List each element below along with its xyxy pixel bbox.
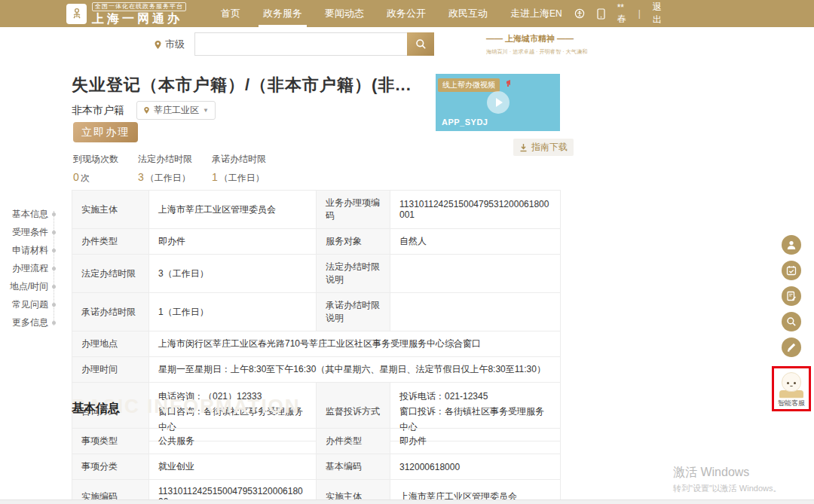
cell-label: 办理地点 bbox=[72, 331, 149, 357]
cell-label: 承诺办结时限说明 bbox=[317, 293, 390, 331]
user-icon bbox=[786, 240, 797, 250]
sidebar-item-faq[interactable]: 常见问题 bbox=[6, 295, 59, 313]
divider: | bbox=[638, 8, 641, 19]
cell-value bbox=[390, 293, 561, 331]
cell-value: 就业创业 bbox=[149, 454, 317, 480]
stats-row: 到现场次数 0次 法定办结时限 3（工作日） 承诺办结时限 1（工作日） bbox=[73, 153, 266, 185]
search-fab-button[interactable] bbox=[782, 312, 801, 331]
apply-now-button[interactable]: 立即办理 bbox=[73, 122, 138, 142]
username[interactable]: **春 bbox=[617, 2, 626, 26]
anchor-sidebar: 基本信息 受理条件 申请材料 办理流程 地点/时间 常见问题 更多信息 bbox=[6, 205, 59, 331]
search-input[interactable] bbox=[194, 32, 407, 56]
slogan-title: —— 上海城市精神 —— bbox=[486, 33, 565, 44]
stat-promised-limit: 承诺办结时限 1（工作日） bbox=[212, 153, 266, 185]
cell-value: 星期一至星期日：上午8:30至下午16:30（其中星期六、星期日、法定节假日仅上… bbox=[149, 357, 561, 383]
video-badge: 线上帮办微视频 bbox=[438, 78, 500, 92]
sidebar-item-acceptance[interactable]: 受理条件 bbox=[6, 223, 59, 241]
nav-about-shanghai[interactable]: 走进上海 bbox=[510, 0, 549, 27]
floating-toolbar: 智能客服 bbox=[772, 235, 811, 411]
section-title: 基本信息 bbox=[72, 401, 120, 417]
cell-label: 办理时间 bbox=[72, 357, 149, 383]
user-button[interactable] bbox=[782, 235, 801, 255]
play-button[interactable] bbox=[487, 91, 510, 114]
cell-value: 312000618000 bbox=[390, 454, 561, 480]
stat-value: 1 bbox=[212, 171, 218, 183]
guide-download-label: 指南下载 bbox=[531, 141, 568, 154]
cell-value: 自然人 bbox=[390, 229, 561, 255]
stat-unit: （工作日） bbox=[219, 173, 265, 183]
sidebar-item-location-time[interactable]: 地点/时间 bbox=[6, 277, 59, 295]
stat-value: 3 bbox=[138, 171, 144, 183]
table-row: 事项类型 公共服务 办件类型 即办件 bbox=[72, 429, 561, 454]
megaphone-icon bbox=[505, 78, 513, 91]
cell-value: 1（工作日） bbox=[149, 293, 317, 331]
chatbot-button[interactable]: 智能客服 bbox=[772, 366, 811, 411]
table-row: 实施主体 上海市莘庄工业区管理委员会 业务办理项编码 1131011242515… bbox=[72, 191, 561, 229]
footer-strip bbox=[0, 499, 814, 504]
cell-value: 上海市闵行区莘庄工业区春光路710号莘庄工业区社区事务受理服务中心综合窗口 bbox=[149, 331, 561, 357]
cell-value bbox=[390, 255, 561, 293]
cell-label: 服务对象 bbox=[317, 229, 390, 255]
page-title: 失业登记（本市户籍）/（非本市户籍）(非... bbox=[72, 74, 412, 96]
stat-unit: 次 bbox=[81, 173, 90, 183]
cell-label: 业务办理项编码 bbox=[317, 191, 390, 229]
mobile-icon[interactable] bbox=[597, 8, 605, 20]
help-video-player[interactable]: 线上帮办微视频 APP_SYDJ bbox=[436, 74, 560, 131]
table-row: 办理时间 星期一至星期日：上午8:30至下午16:30（其中星期六、星期日、法定… bbox=[72, 357, 561, 383]
nav-interaction[interactable]: 政民互动 bbox=[448, 0, 488, 27]
stat-value: 0 bbox=[73, 171, 79, 183]
basic-info-table: 事项类型 公共服务 办件类型 即办件 事项分类 就业创业 基本编码 312000… bbox=[72, 428, 561, 504]
chatbot-mascot-icon bbox=[782, 372, 801, 392]
table-row: 办理地点 上海市闵行区莘庄工业区春光路710号莘庄工业区社区事务受理服务中心综合… bbox=[72, 331, 561, 357]
guide-download-button[interactable]: 指南下载 bbox=[513, 139, 574, 156]
search-icon bbox=[786, 316, 797, 327]
sidebar-item-more[interactable]: 更多信息 bbox=[6, 313, 59, 331]
table-row: 办件类型 即办件 服务对象 自然人 bbox=[72, 229, 561, 255]
scope-selector[interactable]: 市级 bbox=[154, 38, 185, 51]
appointment-button[interactable] bbox=[782, 261, 801, 280]
cell-label: 法定办结时限 bbox=[72, 255, 149, 293]
logo-icon bbox=[66, 4, 87, 24]
district-select[interactable]: 莘庄工业区 ▼ bbox=[136, 101, 216, 120]
cell-label: 事项分类 bbox=[72, 454, 149, 480]
stat-legal-limit: 法定办结时限 3（工作日） bbox=[138, 153, 192, 185]
nav-gov-open[interactable]: 政务公开 bbox=[387, 0, 426, 27]
site-name: 上海一网通办 bbox=[92, 13, 186, 25]
search-button[interactable] bbox=[407, 32, 434, 56]
cell-value: 113101124251500479531200061800001 bbox=[390, 191, 561, 229]
stat-visits: 到现场次数 0次 bbox=[73, 153, 118, 185]
stat-label: 承诺办结时限 bbox=[212, 153, 266, 166]
activation-subtitle: 转到"设置"以激活 Windows。 bbox=[673, 483, 782, 494]
accessibility-icon[interactable] bbox=[574, 8, 585, 19]
cell-value: 上海市莘庄工业区管理委员会 bbox=[149, 191, 317, 229]
slogan-subtitle: 海纳百川 · 追求卓越 · 开明睿智 · 大气谦和 bbox=[486, 48, 558, 56]
windows-activation-watermark: 激活 Windows 转到"设置"以激活 Windows。 bbox=[673, 465, 782, 494]
table-row: 法定办结时限 3（工作日） 法定办结时限说明 bbox=[72, 255, 561, 293]
sidebar-item-basic-info[interactable]: 基本信息 bbox=[6, 205, 59, 223]
feedback-button[interactable] bbox=[782, 338, 801, 357]
sidebar-item-process[interactable]: 办理流程 bbox=[6, 259, 59, 277]
chatbot-label: 智能客服 bbox=[774, 398, 809, 409]
cell-label: 实施主体 bbox=[72, 191, 149, 229]
page: 全国一体化在线政务服务平台 上海一网通办 首页 政务服务 要闻动态 政务公开 政… bbox=[0, 0, 814, 504]
magnolia-logo-icon bbox=[70, 7, 84, 20]
top-header: 全国一体化在线政务服务平台 上海一网通办 首页 政务服务 要闻动态 政务公开 政… bbox=[0, 0, 814, 27]
logout-link[interactable]: 退出 bbox=[653, 1, 662, 26]
cell-value: 3（工作日） bbox=[149, 255, 317, 293]
cell-label: 法定办结时限说明 bbox=[317, 255, 390, 293]
lang-switch[interactable]: EN bbox=[549, 8, 562, 19]
table-row: 承诺办结时限 1（工作日） 承诺办结时限说明 bbox=[72, 293, 561, 331]
cell-value: 即办件 bbox=[149, 229, 317, 255]
basic-info-section-header: BASIC INFORMATION 基本信息 bbox=[72, 392, 562, 422]
cell-label: 基本编码 bbox=[317, 454, 390, 480]
search-bar-row: 市级 —— 上海城市精神 —— 海纳百川 · 追求卓越 · 开明睿智 · 大气谦… bbox=[0, 27, 814, 60]
district-select-value: 莘庄工业区 bbox=[154, 104, 199, 117]
nav-gov-services[interactable]: 政务服务 bbox=[263, 0, 302, 27]
form-button[interactable] bbox=[782, 286, 801, 306]
nav-home[interactable]: 首页 bbox=[221, 0, 240, 27]
household-type-label: 非本市户籍 bbox=[72, 104, 124, 118]
sidebar-item-materials[interactable]: 申请材料 bbox=[6, 241, 59, 259]
site-logo[interactable]: 全国一体化在线政务服务平台 上海一网通办 bbox=[66, 2, 186, 25]
nav-news[interactable]: 要闻动态 bbox=[325, 0, 364, 27]
cell-label: 事项类型 bbox=[72, 429, 149, 454]
